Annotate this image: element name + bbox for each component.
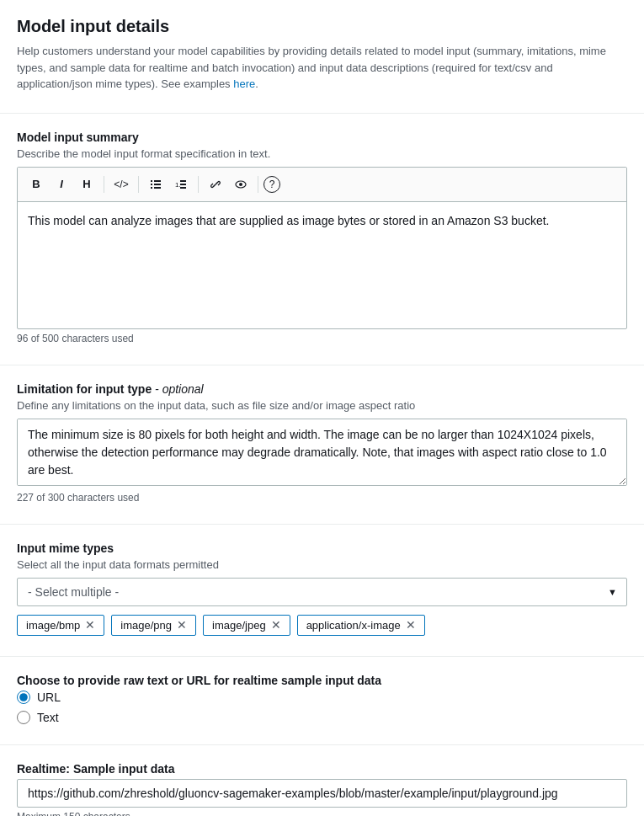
section-divider-5 <box>0 744 644 745</box>
text-radio-option[interactable]: Text <box>17 711 627 724</box>
bold-button[interactable]: B <box>24 173 48 196</box>
tag-image-png: image/png ✕ <box>111 615 196 636</box>
unordered-list-button[interactable] <box>144 173 168 196</box>
code-button[interactable]: </> <box>109 173 133 196</box>
model-input-summary-label: Model input summary <box>17 131 627 144</box>
mime-types-sublabel: Select all the input data formats permit… <box>17 558 627 571</box>
ordered-list-button[interactable]: 1. <box>169 173 193 196</box>
page-container: Model input details Help customers under… <box>0 0 644 816</box>
section-divider <box>0 113 644 114</box>
svg-rect-8 <box>180 184 186 185</box>
svg-rect-1 <box>154 180 161 182</box>
tag-image-bmp: image/bmp ✕ <box>17 615 104 636</box>
realtime-sample-section: Realtime: Sample input data Maximum 150 … <box>17 762 627 817</box>
toolbar-separator-2 <box>138 176 139 193</box>
toolbar-separator-1 <box>104 176 104 193</box>
model-input-summary-char-count: 96 of 500 characters used <box>17 333 627 344</box>
tag-image-jpeg: image/jpeg ✕ <box>203 615 290 636</box>
url-radio-label: URL <box>37 691 61 704</box>
tag-application-x-image: application/x-image ✕ <box>297 615 425 636</box>
heading-button[interactable]: H <box>75 173 98 196</box>
model-input-summary-sublabel: Describe the model input format specific… <box>17 147 627 160</box>
section-divider-2 <box>0 365 644 365</box>
svg-rect-5 <box>154 187 161 189</box>
limitation-label: Limitation for input type - optional <box>17 382 627 396</box>
realtime-sample-input[interactable] <box>17 779 627 808</box>
tag-image-bmp-label: image/bmp <box>26 619 80 632</box>
svg-rect-7 <box>180 180 186 182</box>
model-input-summary-section: Model input summary Describe the model i… <box>17 131 627 344</box>
mime-types-select[interactable]: - Select multiple - <box>17 578 627 606</box>
link-button[interactable] <box>204 173 227 196</box>
limitation-textarea[interactable] <box>17 419 627 486</box>
sample-input-radio-group: URL Text <box>17 691 627 724</box>
section-divider-3 <box>0 524 644 525</box>
tag-application-x-image-remove[interactable]: ✕ <box>406 619 416 631</box>
page-title: Model input details <box>17 17 627 36</box>
sample-input-type-label: Choose to provide raw text or URL for re… <box>17 674 627 687</box>
rte-toolbar: B I H </> <box>18 168 626 202</box>
help-button[interactable]: ? <box>263 176 280 193</box>
section-divider-4 <box>0 656 644 657</box>
svg-line-10 <box>214 183 217 186</box>
tag-image-png-label: image/png <box>120 619 172 632</box>
sample-input-type-section: Choose to provide raw text or URL for re… <box>17 674 627 724</box>
preview-button[interactable] <box>229 173 253 196</box>
tag-application-x-image-label: application/x-image <box>306 619 401 632</box>
svg-text:1.: 1. <box>175 181 181 189</box>
limitation-sublabel: Define any limitations on the input data… <box>17 399 627 412</box>
rte-content[interactable]: This model can analyze images that are s… <box>18 202 626 328</box>
toolbar-separator-3 <box>198 176 199 193</box>
tag-image-jpeg-label: image/jpeg <box>212 619 266 632</box>
page-description: Help customers understand your model cap… <box>17 43 627 93</box>
url-radio-input[interactable] <box>17 691 30 704</box>
mime-types-select-container: - Select multiple - ▼ <box>17 578 627 606</box>
realtime-sample-label: Realtime: Sample input data <box>17 762 627 776</box>
tag-image-bmp-remove[interactable]: ✕ <box>85 619 95 631</box>
limitation-char-count: 227 of 300 characters used <box>17 492 627 504</box>
rte-container: B I H </> <box>17 167 627 329</box>
text-radio-label: Text <box>37 711 59 724</box>
svg-rect-2 <box>151 184 152 185</box>
svg-rect-9 <box>180 187 186 189</box>
url-radio-option[interactable]: URL <box>17 691 627 704</box>
italic-button[interactable]: I <box>50 173 73 196</box>
text-radio-input[interactable] <box>17 711 30 724</box>
svg-point-12 <box>239 183 242 186</box>
svg-rect-3 <box>154 184 161 185</box>
mime-types-section: Input mime types Select all the input da… <box>17 541 627 636</box>
tag-image-png-remove[interactable]: ✕ <box>177 619 187 631</box>
limitation-section: Limitation for input type - optional Def… <box>17 382 627 504</box>
limitation-optional-label: - optional <box>155 382 204 396</box>
realtime-sample-max-chars: Maximum 150 characters <box>17 811 627 817</box>
tag-image-jpeg-remove[interactable]: ✕ <box>271 619 281 631</box>
svg-rect-4 <box>151 187 152 189</box>
mime-types-tags: image/bmp ✕ image/png ✕ image/jpeg ✕ app… <box>17 615 627 636</box>
examples-link[interactable]: here <box>233 77 255 90</box>
toolbar-separator-4 <box>258 176 258 193</box>
mime-types-label: Input mime types <box>17 541 627 555</box>
svg-rect-0 <box>151 180 152 182</box>
